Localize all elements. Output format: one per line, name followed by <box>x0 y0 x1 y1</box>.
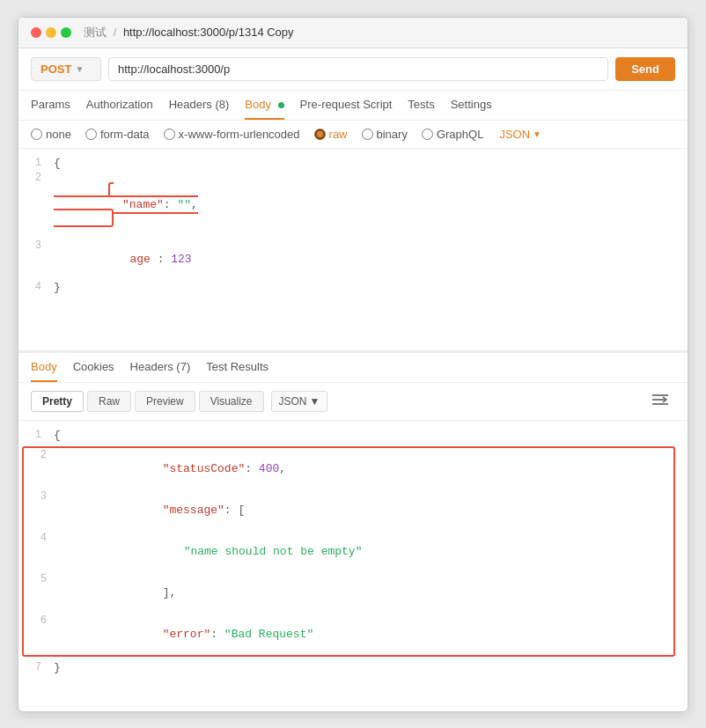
option-graphql[interactable]: GraphQL <box>422 128 483 141</box>
response-tab-body[interactable]: Body <box>31 353 57 382</box>
option-urlencoded[interactable]: x-www-form-urlencoded <box>164 128 300 141</box>
view-visualize[interactable]: Visualize <box>199 391 264 412</box>
response-format-label: JSON <box>279 395 307 408</box>
maximize-dot[interactable] <box>61 27 71 38</box>
response-line-6: 6 "error": "Bad Request" <box>24 614 673 655</box>
breadcrumb: 测试 / http://localhost:3000/p/1314 Copy <box>84 25 294 40</box>
highlighted-code: "name": "", <box>54 182 198 227</box>
request-code-editor[interactable]: 1 { 2 "name": "", 3 age : 123 4 } <box>18 149 688 351</box>
url-input[interactable] <box>108 57 608 81</box>
send-button[interactable]: Send <box>615 57 675 81</box>
response-line-1: 1 { <box>18 428 688 443</box>
method-dropdown[interactable]: POST ▼ <box>31 57 101 81</box>
tab-params[interactable]: Params <box>31 91 70 120</box>
body-options: none form-data x-www-form-urlencoded raw… <box>18 121 688 149</box>
response-highlighted-block: 2 "statusCode": 400, 3 "message": [ 4 "n… <box>22 446 675 657</box>
tab-tests[interactable]: Tests <box>408 91 434 120</box>
view-raw[interactable]: Raw <box>87 391 131 412</box>
close-dot[interactable] <box>31 27 41 38</box>
window-controls <box>31 27 71 38</box>
response-section: Body Cookies Headers (7) Test Results Pr… <box>18 351 688 682</box>
response-line-2: 2 "statusCode": 400, <box>24 448 673 489</box>
code-line-4: 4 } <box>18 280 688 295</box>
view-preview[interactable]: Preview <box>135 391 195 412</box>
json-format-label: JSON <box>499 128 530 141</box>
tab-body[interactable]: Body <box>245 91 283 120</box>
response-format-selector[interactable]: JSON ▼ <box>271 391 328 412</box>
breadcrumb-path: http://localhost:3000/p/1314 Copy <box>123 26 294 39</box>
code-line-3: 3 age : 123 <box>18 239 688 280</box>
response-toolbar: Pretty Raw Preview Visualize JSON ▼ <box>18 383 688 421</box>
view-pretty[interactable]: Pretty <box>31 391 84 412</box>
json-format-selector[interactable]: JSON ▼ <box>499 128 541 141</box>
wrap-lines-icon[interactable] <box>645 390 675 413</box>
title-bar: 测试 / http://localhost:3000/p/1314 Copy <box>18 18 688 48</box>
breadcrumb-prefix: 测试 <box>84 26 107 39</box>
response-tab-cookies[interactable]: Cookies <box>73 353 114 382</box>
option-none[interactable]: none <box>31 128 71 141</box>
response-tabs: Body Cookies Headers (7) Test Results <box>18 353 688 383</box>
response-line-5: 5 ], <box>24 572 673 614</box>
response-format-arrow-icon: ▼ <box>310 395 320 408</box>
app-window: 测试 / http://localhost:3000/p/1314 Copy P… <box>18 17 688 712</box>
breadcrumb-sep: / <box>114 26 117 39</box>
response-code-viewer: 1 { 2 "statusCode": 400, 3 "message": [ <box>18 421 688 682</box>
response-line-3: 3 "message": [ <box>24 489 673 531</box>
option-binary[interactable]: binary <box>362 128 408 141</box>
response-tab-test-results[interactable]: Test Results <box>206 353 268 382</box>
response-tab-headers[interactable]: Headers (7) <box>130 353 191 382</box>
response-line-7: 7 } <box>18 660 688 675</box>
tab-settings[interactable]: Settings <box>451 91 492 120</box>
request-bar: POST ▼ Send <box>18 48 688 91</box>
method-arrow-icon: ▼ <box>75 64 84 74</box>
tab-prerequest[interactable]: Pre-request Script <box>300 91 393 120</box>
minimize-dot[interactable] <box>46 27 56 38</box>
tab-headers[interactable]: Headers (8) <box>169 91 230 120</box>
option-form-data[interactable]: form-data <box>85 128 150 141</box>
response-line-4: 4 "name should not be empty" <box>24 531 673 572</box>
code-line-2: 2 "name": "", <box>18 171 688 239</box>
request-tabs: Params Authorization Headers (8) Body Pr… <box>18 91 688 121</box>
method-label: POST <box>40 63 71 76</box>
body-dot <box>278 102 284 108</box>
json-arrow-icon: ▼ <box>533 129 541 139</box>
code-line-1: 1 { <box>18 156 688 171</box>
option-raw[interactable]: raw <box>314 128 348 141</box>
tab-authorization[interactable]: Authorization <box>86 91 153 120</box>
